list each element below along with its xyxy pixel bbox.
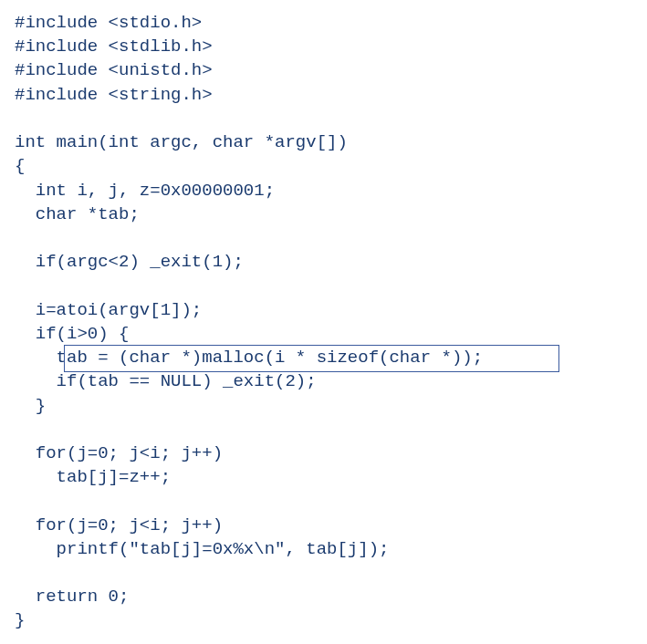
code-line: for(j=0; j<i; j++) (15, 514, 632, 537)
code-line (15, 274, 632, 297)
code-line (15, 561, 632, 585)
code-line: for(j=0; j<i; j++) (15, 441, 632, 465)
code-line: tab[j]=z++; (15, 465, 632, 489)
code-line (15, 418, 632, 441)
code-line: char *tab; (15, 203, 632, 226)
code-line: if(argc<2) _exit(1); (15, 250, 632, 274)
code-line: } (15, 394, 632, 418)
code-line: } (15, 608, 632, 632)
code-block: #include <stdio.h>#include <stdlib.h>#in… (15, 11, 632, 633)
code-line: tab = (char *)malloc(i * sizeof(char *))… (15, 346, 632, 369)
code-line (15, 489, 632, 513)
code-line: #include <stdlib.h> (15, 35, 632, 58)
code-line: return 0; (15, 585, 632, 608)
code-line: if(i>0) { (15, 322, 632, 346)
code-line: { (15, 154, 632, 178)
code-line: i=atoi(argv[1]); (15, 298, 632, 322)
code-line: #include <string.h> (15, 83, 632, 107)
code-line: #include <stdio.h> (15, 11, 632, 35)
code-line: printf("tab[j]=0x%x\n", tab[j]); (15, 537, 632, 561)
code-line (15, 226, 632, 250)
code-line: int main(int argc, char *argv[]) (15, 130, 632, 154)
code-line: int i, j, z=0x00000001; (15, 179, 632, 203)
code-line: if(tab == NULL) _exit(2); (15, 369, 632, 393)
code-line (15, 107, 632, 130)
code-line: #include <unistd.h> (15, 58, 632, 82)
